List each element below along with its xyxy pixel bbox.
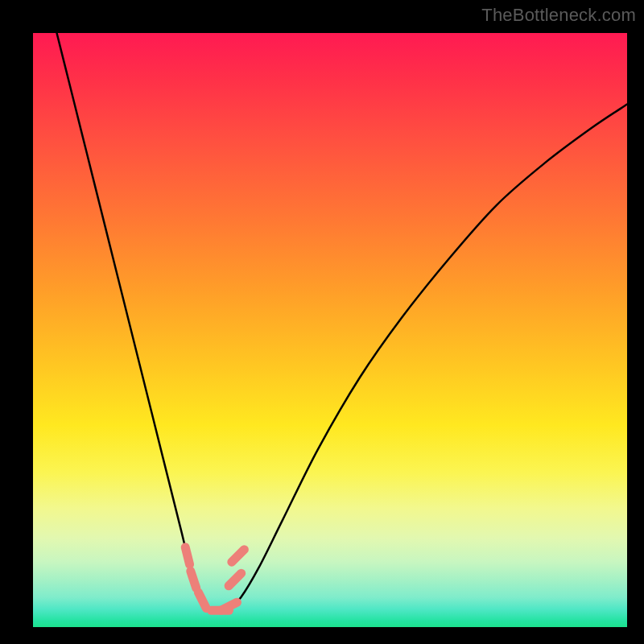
bottleneck-curve bbox=[57, 33, 627, 613]
curve-markers bbox=[185, 547, 244, 611]
chart-frame: TheBottleneck.com bbox=[0, 0, 644, 644]
curve-marker bbox=[185, 547, 189, 564]
chart-svg bbox=[33, 33, 627, 627]
curve-marker bbox=[198, 592, 206, 609]
curve-marker bbox=[229, 573, 242, 586]
bottleneck-curve-path bbox=[57, 33, 627, 613]
curve-marker bbox=[221, 602, 237, 610]
watermark-text: TheBottleneck.com bbox=[481, 5, 636, 26]
curve-marker bbox=[232, 550, 245, 563]
curve-marker bbox=[191, 572, 196, 588]
plot-area bbox=[33, 33, 627, 627]
